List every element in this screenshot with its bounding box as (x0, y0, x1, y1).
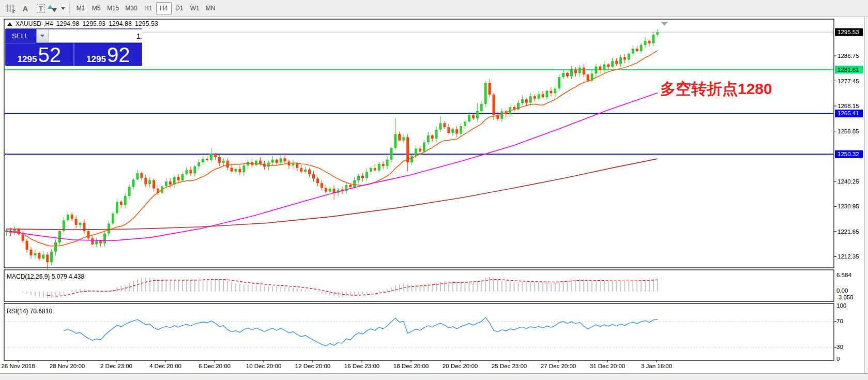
time-tick-label: 27 Dec 20:00 (541, 363, 576, 369)
time-tick-label: 3 Jan 16:00 (641, 363, 672, 369)
spinner-down-icon (40, 35, 44, 37)
toolbar-separator (69, 2, 70, 15)
sell-price-pips: 52 (38, 44, 61, 65)
price-tick-label: 1258.85 (837, 128, 859, 134)
tf-button-h1[interactable]: H1 (141, 2, 156, 14)
time-tick-label: 10 Dec 20:00 (246, 363, 281, 369)
tf-button-mn[interactable]: MN (203, 2, 219, 14)
time-tick-label: 26 Nov 2018 (1, 363, 35, 369)
trend-annotation-text: 多空转折点1280 (660, 79, 772, 100)
level-price-badge-label: 1281.61 (837, 67, 859, 73)
time-tick-label: 31 Dec 20:00 (590, 363, 625, 369)
time-tick-label: 25 Dec 23:00 (492, 363, 527, 369)
indicator-axis-label: 0.00 (836, 287, 848, 294)
label-a-icon[interactable]: A (18, 2, 33, 15)
mt5-terminal: F A T M1 M5 M15 M30 H1 H4 D1 W1 MN 1286.… (0, 0, 868, 380)
time-tick-label: 6 Dec 20:00 (199, 363, 231, 369)
tf-button-h4-active[interactable]: H4 (156, 2, 172, 14)
price-tick-label: 1268.15 (837, 103, 859, 109)
time-tick-label: 20 Dec 20:00 (443, 363, 478, 369)
volume-decrease-button[interactable] (37, 29, 49, 42)
ohlc-close: 1295.53 (135, 20, 158, 27)
price-axis: 1286.751277.451268.151258.851240.251230.… (834, 28, 863, 260)
indicator-axis-label: 100 (836, 302, 846, 309)
time-tick-label: 18 Dec 20:00 (393, 363, 429, 369)
buy-price-handle: 1295 (86, 54, 106, 65)
time-tick-label: 2 Dec 23:00 (100, 363, 132, 369)
indicator-axis: 6.5840.00-3.05810070300 (834, 272, 854, 362)
tf-button-m5[interactable]: M5 (88, 2, 104, 14)
chart-workspace: 1286.751277.451268.151258.851240.251230.… (0, 17, 868, 380)
price-tick-label: 1286.75 (837, 53, 859, 59)
grid-fibo-glyph: F (6, 5, 14, 12)
price-tick-label: 1221.65 (837, 229, 859, 235)
price-tick-label: 1277.45 (837, 78, 859, 84)
tf-button-m30[interactable]: M30 (122, 2, 140, 14)
sell-button[interactable]: SELL (5, 28, 35, 43)
level-price-badge-label: 1250.32 (837, 151, 859, 157)
rsi-label: RSI(14) 70.6810 (7, 308, 52, 315)
toolbar: F A T M1 M5 M15 M30 H1 H4 D1 W1 MN (0, 0, 868, 17)
arrow-down-glyph (52, 8, 57, 12)
time-tick-label: 28 Nov 20:00 (50, 363, 85, 369)
price-tick-label: 1212.35 (837, 253, 859, 260)
symbol-timeframe-label: XAUUSD-,H4 (16, 20, 53, 27)
one-click-trade-panel: SELL BUY 1295 52 1295 92 (5, 28, 142, 66)
symbol-triangle-icon (7, 22, 12, 26)
volume-group (36, 29, 142, 43)
ohlc-open: 1294.98 (56, 20, 80, 27)
indicator-axis-label: 30 (836, 344, 843, 350)
ohlc-high: 1295.93 (82, 20, 105, 27)
indicator-axis-label: -3.058 (836, 294, 854, 300)
window-bottom-edge (0, 373, 868, 380)
sell-price-handle: 1295 (18, 54, 37, 65)
chart-title: XAUUSD-,H4 1294.98 1295.93 1294.88 1295.… (7, 20, 158, 27)
volume-input[interactable] (49, 29, 142, 42)
price-tick-label: 1240.25 (837, 178, 859, 185)
chart-canvas[interactable]: 1286.751277.451268.151258.851240.251230.… (0, 17, 868, 380)
window-right-edge (864, 17, 868, 373)
ohlc-low: 1294.88 (109, 20, 132, 27)
indicator-axis-label: 70 (836, 318, 843, 324)
sell-price[interactable]: 1295 52 (5, 43, 74, 66)
current-price-badge-label: 1295.53 (837, 29, 859, 35)
tf-button-w1[interactable]: W1 (187, 2, 203, 14)
time-tick-label: 4 Dec 20:00 (149, 363, 181, 369)
tf-button-m1[interactable]: M1 (73, 2, 88, 14)
time-axis: 26 Nov 201828 Nov 20:002 Dec 23:004 Dec … (1, 360, 672, 369)
time-tick-label: 16 Dec 23:00 (344, 363, 379, 369)
chevron-down-icon (61, 7, 65, 10)
level-price-badge-label: 1265.41 (837, 110, 859, 116)
macd-label: MACD(12,26,9) 5.079 4.438 (7, 273, 84, 280)
text-t-icon[interactable]: T (33, 2, 49, 15)
tf-button-d1[interactable]: D1 (172, 2, 187, 14)
indicator-axis-label: 6.584 (836, 272, 851, 278)
tf-button-m15[interactable]: M15 (104, 2, 122, 14)
indicator-axis-label: 0 (836, 356, 840, 362)
time-tick-label: 12 Dec 20:00 (295, 363, 330, 369)
buy-price[interactable]: 1295 92 (74, 43, 143, 66)
buy-price-pips: 92 (107, 44, 130, 65)
grid-fibo-icon[interactable]: F (2, 2, 18, 15)
text-t-glyph: T (37, 4, 45, 13)
arrow-objects-icon[interactable] (49, 2, 64, 15)
price-tick-label: 1230.95 (837, 203, 859, 209)
